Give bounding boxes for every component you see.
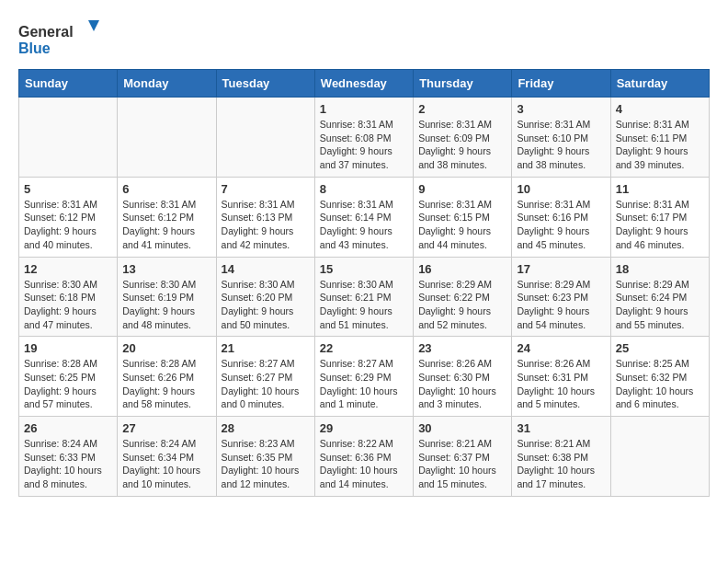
calendar-cell: 24Sunrise: 8:26 AM Sunset: 6:31 PM Dayli… [512, 337, 610, 417]
cell-content: Sunrise: 8:30 AM Sunset: 6:20 PM Dayligh… [222, 278, 310, 332]
day-number: 25 [616, 341, 704, 355]
week-row-3: 12Sunrise: 8:30 AM Sunset: 6:18 PM Dayli… [19, 257, 710, 337]
calendar-cell: 9Sunrise: 8:31 AM Sunset: 6:15 PM Daylig… [414, 177, 512, 257]
day-number: 19 [24, 341, 112, 355]
day-number: 23 [418, 341, 506, 355]
day-number: 5 [24, 182, 112, 196]
svg-text:General: General [18, 24, 74, 40]
cell-content: Sunrise: 8:31 AM Sunset: 6:10 PM Dayligh… [517, 118, 605, 172]
calendar-cell: 6Sunrise: 8:31 AM Sunset: 6:12 PM Daylig… [118, 177, 216, 257]
cell-content: Sunrise: 8:27 AM Sunset: 6:27 PM Dayligh… [222, 357, 310, 411]
calendar-cell: 27Sunrise: 8:24 AM Sunset: 6:34 PM Dayli… [118, 417, 216, 497]
calendar-cell: 15Sunrise: 8:30 AM Sunset: 6:21 PM Dayli… [314, 257, 413, 337]
calendar-table: SundayMondayTuesdayWednesdayThursdayFrid… [18, 69, 710, 497]
calendar-cell: 12Sunrise: 8:30 AM Sunset: 6:18 PM Dayli… [19, 257, 118, 337]
week-row-1: 1Sunrise: 8:31 AM Sunset: 6:08 PM Daylig… [19, 98, 710, 178]
cell-content: Sunrise: 8:23 AM Sunset: 6:35 PM Dayligh… [222, 437, 310, 491]
cell-content: Sunrise: 8:29 AM Sunset: 6:24 PM Dayligh… [616, 278, 704, 332]
cell-content: Sunrise: 8:29 AM Sunset: 6:23 PM Dayligh… [517, 278, 605, 332]
cell-content: Sunrise: 8:26 AM Sunset: 6:31 PM Dayligh… [517, 357, 605, 411]
day-number: 30 [418, 421, 506, 435]
calendar-cell: 16Sunrise: 8:29 AM Sunset: 6:22 PM Dayli… [414, 257, 512, 337]
day-number: 3 [517, 102, 605, 116]
day-number: 20 [122, 341, 210, 355]
cell-content: Sunrise: 8:31 AM Sunset: 6:17 PM Dayligh… [616, 198, 704, 252]
header-cell-sunday: Sunday [19, 70, 118, 98]
cell-content: Sunrise: 8:24 AM Sunset: 6:33 PM Dayligh… [24, 437, 112, 491]
day-number: 1 [320, 102, 408, 116]
day-number: 29 [320, 421, 408, 435]
calendar-cell: 13Sunrise: 8:30 AM Sunset: 6:19 PM Dayli… [118, 257, 216, 337]
week-row-2: 5Sunrise: 8:31 AM Sunset: 6:12 PM Daylig… [19, 177, 710, 257]
cell-content: Sunrise: 8:31 AM Sunset: 6:13 PM Dayligh… [222, 198, 310, 252]
calendar-cell: 10Sunrise: 8:31 AM Sunset: 6:16 PM Dayli… [512, 177, 610, 257]
week-row-5: 26Sunrise: 8:24 AM Sunset: 6:33 PM Dayli… [19, 417, 710, 497]
calendar-cell: 25Sunrise: 8:25 AM Sunset: 6:32 PM Dayli… [610, 337, 709, 417]
calendar-cell: 30Sunrise: 8:21 AM Sunset: 6:37 PM Dayli… [414, 417, 512, 497]
header-cell-friday: Friday [512, 70, 610, 98]
calendar-cell: 23Sunrise: 8:26 AM Sunset: 6:30 PM Dayli… [414, 337, 512, 417]
cell-content: Sunrise: 8:31 AM Sunset: 6:16 PM Dayligh… [517, 198, 605, 252]
header-cell-thursday: Thursday [414, 70, 512, 98]
calendar-cell: 29Sunrise: 8:22 AM Sunset: 6:36 PM Dayli… [314, 417, 413, 497]
calendar-cell: 5Sunrise: 8:31 AM Sunset: 6:12 PM Daylig… [19, 177, 118, 257]
calendar-body: 1Sunrise: 8:31 AM Sunset: 6:08 PM Daylig… [19, 98, 710, 497]
calendar-cell: 7Sunrise: 8:31 AM Sunset: 6:13 PM Daylig… [216, 177, 314, 257]
calendar-cell [216, 98, 314, 178]
cell-content: Sunrise: 8:26 AM Sunset: 6:30 PM Dayligh… [418, 357, 506, 411]
day-number: 16 [418, 262, 506, 276]
day-number: 31 [517, 421, 605, 435]
calendar-cell: 14Sunrise: 8:30 AM Sunset: 6:20 PM Dayli… [216, 257, 314, 337]
cell-content: Sunrise: 8:22 AM Sunset: 6:36 PM Dayligh… [320, 437, 408, 491]
header-cell-wednesday: Wednesday [314, 70, 413, 98]
cell-content: Sunrise: 8:29 AM Sunset: 6:22 PM Dayligh… [418, 278, 506, 332]
cell-content: Sunrise: 8:31 AM Sunset: 6:11 PM Dayligh… [616, 118, 704, 172]
calendar-cell: 20Sunrise: 8:28 AM Sunset: 6:26 PM Dayli… [118, 337, 216, 417]
calendar-cell: 11Sunrise: 8:31 AM Sunset: 6:17 PM Dayli… [610, 177, 709, 257]
logo-svg: General Blue [18, 18, 101, 60]
day-number: 8 [320, 182, 408, 196]
day-number: 21 [222, 341, 310, 355]
cell-content: Sunrise: 8:27 AM Sunset: 6:29 PM Dayligh… [320, 357, 408, 411]
header-cell-tuesday: Tuesday [216, 70, 314, 98]
cell-content: Sunrise: 8:31 AM Sunset: 6:12 PM Dayligh… [24, 198, 112, 252]
day-number: 6 [122, 182, 210, 196]
day-number: 28 [222, 421, 310, 435]
day-number: 26 [24, 421, 112, 435]
cell-content: Sunrise: 8:21 AM Sunset: 6:38 PM Dayligh… [517, 437, 605, 491]
calendar-cell [118, 98, 216, 178]
svg-marker-2 [88, 20, 99, 31]
calendar-cell: 1Sunrise: 8:31 AM Sunset: 6:08 PM Daylig… [314, 98, 413, 178]
week-row-4: 19Sunrise: 8:28 AM Sunset: 6:25 PM Dayli… [19, 337, 710, 417]
day-number: 17 [517, 262, 605, 276]
calendar-cell: 2Sunrise: 8:31 AM Sunset: 6:09 PM Daylig… [414, 98, 512, 178]
day-number: 24 [517, 341, 605, 355]
day-number: 10 [517, 182, 605, 196]
page-header: General Blue [18, 18, 710, 60]
calendar-header: SundayMondayTuesdayWednesdayThursdayFrid… [19, 70, 710, 98]
svg-text:Blue: Blue [18, 40, 51, 56]
day-number: 9 [418, 182, 506, 196]
header-row: SundayMondayTuesdayWednesdayThursdayFrid… [19, 70, 710, 98]
cell-content: Sunrise: 8:31 AM Sunset: 6:12 PM Dayligh… [122, 198, 210, 252]
cell-content: Sunrise: 8:25 AM Sunset: 6:32 PM Dayligh… [616, 357, 704, 411]
calendar-cell: 31Sunrise: 8:21 AM Sunset: 6:38 PM Dayli… [512, 417, 610, 497]
day-number: 22 [320, 341, 408, 355]
calendar-cell: 21Sunrise: 8:27 AM Sunset: 6:27 PM Dayli… [216, 337, 314, 417]
calendar-cell: 18Sunrise: 8:29 AM Sunset: 6:24 PM Dayli… [610, 257, 709, 337]
logo: General Blue [18, 18, 101, 60]
day-number: 13 [122, 262, 210, 276]
calendar-cell [19, 98, 118, 178]
cell-content: Sunrise: 8:30 AM Sunset: 6:18 PM Dayligh… [24, 278, 112, 332]
cell-content: Sunrise: 8:31 AM Sunset: 6:08 PM Dayligh… [320, 118, 408, 172]
cell-content: Sunrise: 8:31 AM Sunset: 6:14 PM Dayligh… [320, 198, 408, 252]
calendar-cell: 8Sunrise: 8:31 AM Sunset: 6:14 PM Daylig… [314, 177, 413, 257]
calendar-cell [610, 417, 709, 497]
calendar-cell: 3Sunrise: 8:31 AM Sunset: 6:10 PM Daylig… [512, 98, 610, 178]
day-number: 14 [222, 262, 310, 276]
day-number: 15 [320, 262, 408, 276]
cell-content: Sunrise: 8:24 AM Sunset: 6:34 PM Dayligh… [122, 437, 210, 491]
cell-content: Sunrise: 8:30 AM Sunset: 6:21 PM Dayligh… [320, 278, 408, 332]
day-number: 2 [418, 102, 506, 116]
cell-content: Sunrise: 8:31 AM Sunset: 6:15 PM Dayligh… [418, 198, 506, 252]
